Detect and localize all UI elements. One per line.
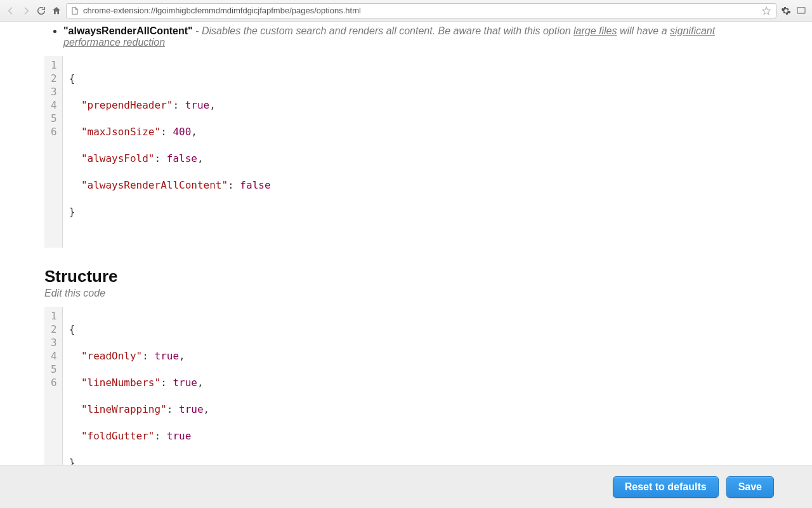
reset-to-defaults-button[interactable]: Reset to defaults — [613, 476, 719, 498]
reload-icon[interactable] — [36, 5, 47, 17]
option-list: "alwaysRenderAllContent" - Disables the … — [63, 25, 755, 48]
option-name: "alwaysRenderAllContent" — [63, 25, 193, 36]
browser-toolbar: chrome-extension://lgoimhigbcfemmdmdimfd… — [0, 0, 812, 22]
home-icon[interactable] — [51, 5, 62, 17]
action-bar: Reset to defaults Save — [0, 465, 812, 508]
gear-icon[interactable] — [780, 5, 792, 17]
structure-heading: Structure — [44, 267, 755, 286]
back-icon[interactable] — [5, 5, 16, 17]
svg-marker-0 — [763, 7, 770, 15]
code-body[interactable]: { "prependHeader": true, "maxJsonSize": … — [63, 56, 277, 248]
bookmark-star-icon[interactable] — [761, 5, 772, 17]
save-button[interactable]: Save — [726, 476, 774, 498]
cast-icon[interactable] — [796, 5, 807, 17]
address-bar[interactable]: chrome-extension://lgoimhigbcfemmdmdimfd… — [66, 3, 776, 18]
forward-icon[interactable] — [20, 5, 32, 17]
option-alwaysRenderAllContent: "alwaysRenderAllContent" - Disables the … — [63, 25, 755, 48]
svg-rect-1 — [797, 7, 805, 13]
addon-options-editor[interactable]: 1 2 3 4 5 6 { "prependHeader": true, "ma… — [44, 56, 755, 248]
page-icon — [70, 6, 79, 15]
options-page-content: "alwaysRenderAllContent" - Disables the … — [0, 25, 768, 508]
url-text: chrome-extension://lgoimhigbcfemmdmdimfd… — [83, 6, 757, 15]
structure-sub: Edit this code — [44, 288, 755, 299]
line-gutter: 1 2 3 4 5 6 — [44, 56, 63, 248]
